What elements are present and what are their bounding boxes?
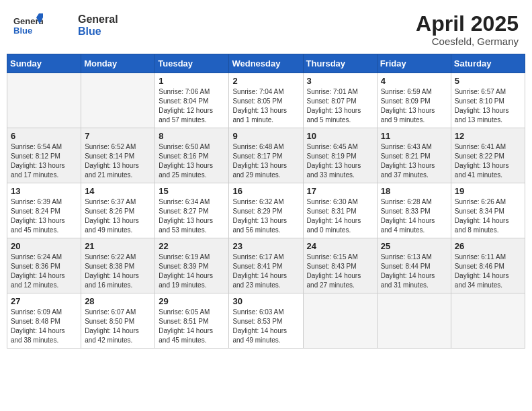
calendar-day-cell [81,73,155,128]
day-info: Sunrise: 6:32 AMSunset: 8:29 PMDaylight:… [232,197,299,235]
day-info: Sunrise: 6:11 AMSunset: 8:46 PMDaylight:… [455,253,521,290]
day-info: Sunrise: 6:26 AMSunset: 8:34 PMDaylight:… [455,197,521,235]
day-number: 25 [381,241,447,251]
calendar-day-cell: 4Sunrise: 6:59 AMSunset: 8:09 PMDaylight… [377,73,451,128]
calendar-table: SundayMondayTuesdayWednesdayThursdayFrid… [7,54,525,349]
calendar-day-cell: 24Sunrise: 6:15 AMSunset: 8:43 PMDayligh… [303,238,377,293]
calendar-day-cell: 14Sunrise: 6:37 AMSunset: 8:26 PMDayligh… [81,183,155,238]
weekday-header-saturday: Saturday [451,54,525,73]
location-subtitle: Coesfeld, Germany [416,36,519,47]
day-info: Sunrise: 6:24 AMSunset: 8:36 PMDaylight:… [11,253,77,290]
day-info: Sunrise: 6:41 AMSunset: 8:22 PMDaylight:… [455,142,521,180]
calendar-day-cell: 22Sunrise: 6:19 AMSunset: 8:39 PMDayligh… [155,238,229,293]
day-number: 17 [307,186,373,196]
calendar-week-row: 1Sunrise: 7:06 AMSunset: 8:04 PMDaylight… [7,73,525,128]
day-number: 3 [307,76,373,86]
calendar-day-cell: 18Sunrise: 6:28 AMSunset: 8:33 PMDayligh… [377,183,451,238]
day-number: 6 [11,131,77,141]
day-info: Sunrise: 7:01 AMSunset: 8:07 PMDaylight:… [307,87,373,125]
svg-marker-2 [36,13,43,17]
calendar-day-cell: 28Sunrise: 6:07 AMSunset: 8:50 PMDayligh… [81,293,155,349]
calendar-week-row: 27Sunrise: 6:09 AMSunset: 8:48 PMDayligh… [7,293,525,349]
calendar-day-cell: 1Sunrise: 7:06 AMSunset: 8:04 PMDaylight… [155,73,229,128]
day-number: 12 [455,131,521,141]
weekday-header-wednesday: Wednesday [229,54,303,73]
weekday-header-friday: Friday [377,54,451,73]
day-number: 27 [11,296,77,306]
day-number: 14 [85,186,151,196]
day-info: Sunrise: 6:37 AMSunset: 8:26 PMDaylight:… [85,197,151,235]
day-number: 21 [85,241,151,251]
day-info: Sunrise: 6:52 AMSunset: 8:14 PMDaylight:… [85,142,151,180]
month-title: April 2025 [416,12,519,36]
day-info: Sunrise: 7:04 AMSunset: 8:05 PMDaylight:… [232,87,299,125]
day-number: 26 [455,241,521,251]
logo: General Blue General Blue [13,12,118,39]
calendar-day-cell: 8Sunrise: 6:50 AMSunset: 8:16 PMDaylight… [155,128,229,183]
calendar-day-cell: 7Sunrise: 6:52 AMSunset: 8:14 PMDaylight… [81,128,155,183]
calendar-day-cell: 11Sunrise: 6:43 AMSunset: 8:21 PMDayligh… [377,128,451,183]
calendar-week-row: 20Sunrise: 6:24 AMSunset: 8:36 PMDayligh… [7,238,525,293]
calendar-day-cell: 30Sunrise: 6:03 AMSunset: 8:53 PMDayligh… [229,293,303,349]
day-info: Sunrise: 6:22 AMSunset: 8:38 PMDaylight:… [85,253,151,290]
day-number: 18 [381,186,447,196]
calendar-day-cell [377,293,451,349]
day-number: 15 [159,186,225,196]
day-number: 20 [11,241,77,251]
calendar-day-cell: 5Sunrise: 6:57 AMSunset: 8:10 PMDaylight… [451,73,525,128]
day-number: 5 [455,76,521,86]
calendar-day-cell: 2Sunrise: 7:04 AMSunset: 8:05 PMDaylight… [229,73,303,128]
day-number: 19 [455,186,521,196]
day-info: Sunrise: 6:05 AMSunset: 8:51 PMDaylight:… [159,308,225,345]
calendar-day-cell: 29Sunrise: 6:05 AMSunset: 8:51 PMDayligh… [155,293,229,349]
day-info: Sunrise: 6:59 AMSunset: 8:09 PMDaylight:… [381,87,447,125]
day-number: 8 [159,131,225,141]
day-number: 1 [159,76,225,86]
calendar-day-cell: 3Sunrise: 7:01 AMSunset: 8:07 PMDaylight… [303,73,377,128]
calendar-day-cell: 20Sunrise: 6:24 AMSunset: 8:36 PMDayligh… [7,238,81,293]
calendar-day-cell: 27Sunrise: 6:09 AMSunset: 8:48 PMDayligh… [7,293,81,349]
calendar-day-cell: 19Sunrise: 6:26 AMSunset: 8:34 PMDayligh… [451,183,525,238]
day-number: 30 [232,296,299,306]
day-number: 7 [85,131,151,141]
day-info: Sunrise: 6:09 AMSunset: 8:48 PMDaylight:… [11,308,77,345]
title-block: April 2025 Coesfeld, Germany [416,12,519,47]
day-info: Sunrise: 6:57 AMSunset: 8:10 PMDaylight:… [455,87,521,125]
weekday-header-thursday: Thursday [303,54,377,73]
calendar-day-cell: 13Sunrise: 6:39 AMSunset: 8:24 PMDayligh… [7,183,81,238]
calendar-day-cell: 21Sunrise: 6:22 AMSunset: 8:38 PMDayligh… [81,238,155,293]
day-info: Sunrise: 6:34 AMSunset: 8:27 PMDaylight:… [159,197,225,235]
day-number: 11 [381,131,447,141]
day-info: Sunrise: 6:07 AMSunset: 8:50 PMDaylight:… [85,308,151,345]
logo-general-text: General [78,13,118,25]
day-info: Sunrise: 6:13 AMSunset: 8:44 PMDaylight:… [381,253,447,290]
day-number: 29 [159,296,225,306]
day-number: 2 [232,76,299,86]
weekday-header-tuesday: Tuesday [155,54,229,73]
calendar-day-cell: 12Sunrise: 6:41 AMSunset: 8:22 PMDayligh… [451,128,525,183]
day-number: 9 [232,131,299,141]
day-number: 13 [11,186,77,196]
calendar-week-row: 6Sunrise: 6:54 AMSunset: 8:12 PMDaylight… [7,128,525,183]
calendar-header-row: SundayMondayTuesdayWednesdayThursdayFrid… [7,54,525,73]
calendar-day-cell: 9Sunrise: 6:48 AMSunset: 8:17 PMDaylight… [229,128,303,183]
calendar-day-cell: 10Sunrise: 6:45 AMSunset: 8:19 PMDayligh… [303,128,377,183]
calendar-day-cell: 15Sunrise: 6:34 AMSunset: 8:27 PMDayligh… [155,183,229,238]
day-info: Sunrise: 6:50 AMSunset: 8:16 PMDaylight:… [159,142,225,180]
day-info: Sunrise: 6:54 AMSunset: 8:12 PMDaylight:… [11,142,77,180]
day-info: Sunrise: 6:19 AMSunset: 8:39 PMDaylight:… [159,253,225,290]
day-number: 10 [307,131,373,141]
weekday-header-sunday: Sunday [7,54,81,73]
day-number: 24 [307,241,373,251]
day-info: Sunrise: 6:43 AMSunset: 8:21 PMDaylight:… [381,142,447,180]
day-info: Sunrise: 6:28 AMSunset: 8:33 PMDaylight:… [381,197,447,235]
calendar-day-cell: 23Sunrise: 6:17 AMSunset: 8:41 PMDayligh… [229,238,303,293]
page-header: General Blue General Blue April 2025 Coe… [7,7,525,51]
day-info: Sunrise: 6:03 AMSunset: 8:53 PMDaylight:… [232,308,299,345]
calendar-day-cell: 17Sunrise: 6:30 AMSunset: 8:31 PMDayligh… [303,183,377,238]
calendar-day-cell: 6Sunrise: 6:54 AMSunset: 8:12 PMDaylight… [7,128,81,183]
day-info: Sunrise: 6:30 AMSunset: 8:31 PMDaylight:… [307,197,373,235]
logo-icon: General Blue [13,12,43,39]
calendar-day-cell: 26Sunrise: 6:11 AMSunset: 8:46 PMDayligh… [451,238,525,293]
day-info: Sunrise: 6:48 AMSunset: 8:17 PMDaylight:… [232,142,299,180]
